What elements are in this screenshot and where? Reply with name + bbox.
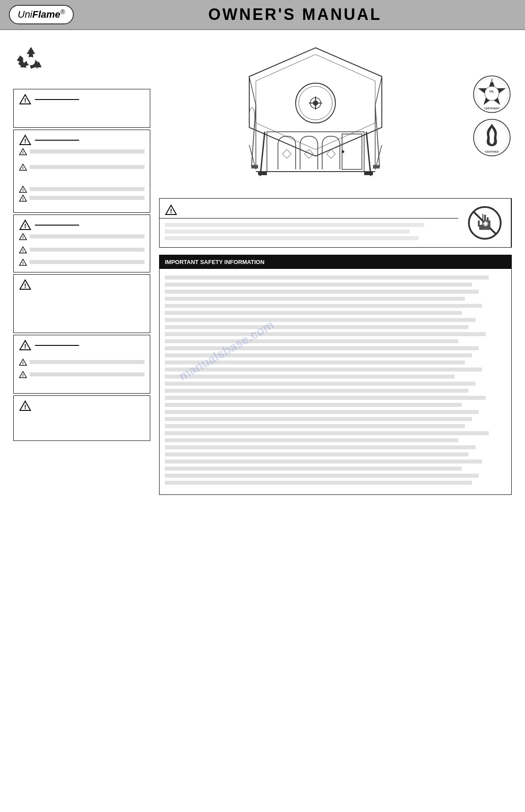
- notice-content: !: [160, 202, 458, 245]
- warning-item-3: !: [19, 186, 145, 193]
- bullet-triangle-icon-7: !: [19, 259, 27, 266]
- bullet-triangle-icon-2: !: [19, 164, 27, 171]
- bullet-triangle-icon: !: [19, 148, 27, 155]
- info-box-body: [160, 269, 511, 494]
- warning-title-line-5: [35, 345, 79, 346]
- svg-text:!: !: [170, 207, 172, 214]
- warning-box-2: ! ! !: [13, 130, 150, 213]
- svg-text:!: !: [23, 373, 24, 378]
- warning-triangle-icon-2: !: [19, 134, 31, 146]
- warning-title-line: [35, 99, 79, 100]
- svg-text:!: !: [24, 138, 27, 145]
- recycle-icon: [13, 43, 150, 80]
- svg-text:!: !: [23, 235, 24, 240]
- main-content: ! ! !: [0, 30, 525, 506]
- svg-line-42: [375, 105, 380, 167]
- bullet-triangle-icon-9: !: [19, 371, 27, 378]
- svg-text:!: !: [23, 261, 24, 265]
- csa-certified-badge: CERTIFIED: [472, 118, 512, 157]
- warning-item-2: !: [19, 164, 145, 171]
- warning-item: !: [19, 148, 145, 155]
- svg-text:!: !: [23, 249, 24, 253]
- svg-point-0: [27, 57, 35, 65]
- product-image: [159, 39, 472, 189]
- svg-text:!: !: [23, 197, 24, 201]
- warning-item-6: !: [19, 246, 145, 253]
- svg-text:!: !: [24, 282, 27, 289]
- warning-item-8: !: [19, 359, 145, 366]
- bullet-triangle-icon-8: !: [19, 359, 27, 366]
- svg-line-41: [251, 105, 256, 167]
- warning-triangle-icon-5: !: [19, 340, 31, 351]
- svg-rect-51: [364, 172, 373, 175]
- svg-text:CERTIFIED®: CERTIFIED®: [484, 107, 500, 110]
- logo-container: UniFlame®: [9, 5, 74, 24]
- product-image-area: UL DESIGN CERTIFIED® CERTIFIED: [159, 39, 512, 189]
- svg-text:UL: UL: [490, 89, 495, 93]
- svg-text:!: !: [23, 166, 24, 170]
- svg-marker-45: [304, 149, 313, 158]
- warning-box-4: !: [13, 274, 150, 333]
- notice-box: !: [159, 198, 512, 248]
- svg-point-56: [485, 86, 499, 100]
- svg-point-48: [342, 150, 344, 153]
- svg-text:!: !: [23, 150, 24, 155]
- svg-text:!: !: [24, 403, 27, 410]
- notice-text: [160, 218, 458, 245]
- svg-text:!: !: [24, 222, 27, 230]
- svg-rect-47: [342, 134, 362, 169]
- no-touch-icon-area: [458, 199, 511, 247]
- warning-item-9: !: [19, 371, 145, 378]
- svg-rect-53: [373, 165, 380, 169]
- notice-warning-icon: !: [165, 204, 177, 215]
- no-touch-icon: [467, 205, 502, 241]
- warning-title-line-2: [35, 140, 79, 141]
- bullet-triangle-icon-6: !: [19, 246, 27, 253]
- certifications-area: UL DESIGN CERTIFIED® CERTIFIED: [472, 39, 512, 157]
- warning-box-6: !: [13, 395, 150, 441]
- bullet-triangle-icon-5: !: [19, 233, 27, 240]
- brand-logo: UniFlame®: [18, 8, 65, 20]
- svg-text:!: !: [23, 188, 24, 192]
- warning-triangle-icon: !: [19, 94, 31, 105]
- warning-box-5: ! ! !: [13, 335, 150, 394]
- warning-title-line-3: [35, 225, 79, 226]
- design-certified-badge: UL DESIGN CERTIFIED®: [472, 74, 512, 114]
- warning-box-3: ! ! !: [13, 214, 150, 272]
- notice-warning-header: !: [160, 202, 458, 218]
- warning-triangle-icon-6: !: [19, 400, 31, 411]
- page-title: OWNER'S MANUAL: [74, 5, 516, 24]
- svg-text:!: !: [24, 97, 27, 104]
- warning-item-5: !: [19, 233, 145, 240]
- warning-item-4: !: [19, 195, 145, 202]
- svg-line-39: [260, 132, 265, 176]
- info-box: manualsbase.com IMPORTANT SAFETY INFORMA…: [159, 255, 512, 495]
- svg-line-40: [366, 132, 371, 176]
- svg-rect-52: [251, 165, 258, 169]
- svg-text:DESIGN: DESIGN: [487, 80, 498, 83]
- svg-text:!: !: [24, 343, 27, 350]
- warning-item-7: !: [19, 259, 145, 266]
- left-column: ! ! !: [13, 39, 150, 498]
- svg-marker-44: [282, 149, 291, 158]
- page-header: UniFlame® OWNER'S MANUAL: [0, 0, 525, 30]
- warning-box-1: !: [13, 89, 150, 128]
- warning-triangle-icon-3: !: [19, 219, 31, 230]
- right-column: UL DESIGN CERTIFIED® CERTIFIED: [159, 39, 512, 498]
- svg-text:!: !: [23, 361, 24, 365]
- bullet-triangle-icon-3: !: [19, 186, 27, 193]
- info-box-header: IMPORTANT SAFETY INFORMATION: [160, 255, 511, 269]
- svg-rect-50: [258, 172, 267, 175]
- warning-triangle-icon-4: !: [19, 279, 31, 290]
- bullet-triangle-icon-4: !: [19, 195, 27, 202]
